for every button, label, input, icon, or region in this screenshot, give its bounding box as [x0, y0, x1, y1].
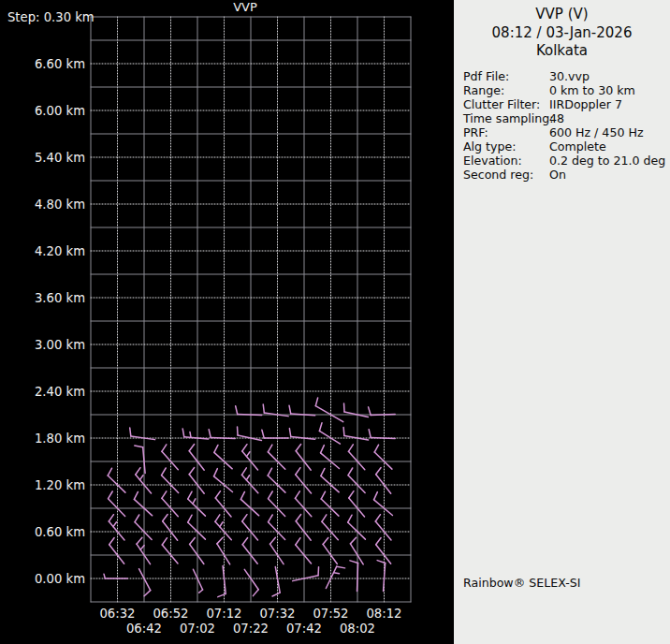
wind-barb-shaft [189, 475, 204, 493]
wind-barb-shaft [188, 522, 206, 539]
wind-barb-shaft [241, 475, 257, 492]
wind-barb-shaft [109, 545, 124, 564]
wind-barb-shaft [296, 521, 311, 540]
y-axis-label: 3.60 km [35, 291, 85, 305]
plot-title: VVP [233, 0, 257, 14]
y-axis-label: 3.00 km [35, 338, 85, 352]
wind-barb-shaft [238, 415, 262, 416]
wind-barb-shaft [139, 569, 151, 591]
x-axis-label-row1: 07:32 [259, 607, 295, 621]
wind-barb-shaft [211, 438, 235, 439]
wind-barb-shaft [296, 451, 311, 470]
wind-barb-shaft [242, 521, 258, 540]
wind-barb-tick [214, 445, 218, 452]
wind-barb-tick [270, 537, 276, 544]
wind-barb-shaft [357, 564, 358, 592]
wind-barb-shaft [162, 476, 179, 493]
wind-barb-shaft [162, 451, 178, 469]
parameter-label: Pdf File: [463, 69, 549, 83]
wind-barb-tick [137, 537, 142, 544]
wind-barb-shaft [214, 452, 232, 468]
wind-barb-tick [242, 445, 247, 451]
wind-barb-shaft [374, 452, 392, 469]
x-axis-label-row2: 08:02 [340, 622, 375, 636]
wind-barb-tick [315, 398, 317, 406]
wind-barb-tick [209, 430, 211, 438]
brand-footer: Rainbow® SELEX-SI [463, 576, 580, 590]
wind-barb-tick [269, 515, 273, 522]
parameter-row: Pdf File:30.vvp [463, 69, 670, 83]
y-axis-label: 5.40 km [35, 151, 85, 165]
parameter-row: Range:0 km to 30 km [463, 83, 670, 97]
wind-barb-shaft [291, 437, 315, 440]
wind-barb-shaft [321, 499, 339, 516]
product-title: VVP (V) [454, 6, 670, 24]
wind-barb-tick [262, 430, 264, 438]
wind-barb-tick [376, 538, 381, 545]
wind-barb-shaft [268, 476, 285, 492]
wind-barb-shaft [348, 522, 366, 539]
y-axis-label: 6.00 km [35, 104, 85, 118]
parameter-label: PRF: [463, 125, 549, 139]
step-label: Step: 0.30 km [7, 10, 95, 24]
wind-barb-tick [220, 522, 223, 527]
wind-barb-shaft [384, 564, 386, 592]
wind-barb-shaft [244, 569, 258, 589]
vvp-time-height-plot: 6.60 km6.00 km5.40 km4.80 km4.20 km3.60 … [0, 0, 454, 644]
wind-barb-tick [374, 445, 378, 452]
y-axis-label: 2.40 km [35, 385, 85, 399]
wind-barb-tick [322, 515, 327, 522]
product-parameter-list: Pdf File:30.vvpRange:0 km to 30 kmClutte… [454, 69, 670, 182]
x-axis-label-row1: 08:12 [366, 607, 401, 621]
info-panel-header: VVP (V) 08:12 / 03-Jan-2026 Kolkata [454, 0, 670, 61]
y-axis-label: 1.80 km [35, 432, 85, 446]
wind-barb-shaft [242, 451, 258, 470]
wind-barb-shaft [162, 498, 178, 516]
parameter-label: Alg type: [463, 139, 549, 154]
parameter-label: Clutter Filter: [463, 97, 549, 111]
wind-barb-shaft [269, 499, 285, 517]
x-axis-label-row1: 07:12 [206, 607, 241, 621]
wind-barb-shaft [184, 437, 209, 439]
wind-barb-tick [376, 468, 381, 475]
wind-barb-tick [136, 468, 140, 475]
y-axis-label: 0.00 km [35, 572, 85, 586]
wind-barb-shaft [268, 452, 284, 469]
x-axis-label-row1: 06:32 [99, 607, 135, 621]
wind-barb-shaft [162, 545, 178, 564]
x-axis-label-row1: 07:52 [313, 607, 348, 621]
wind-barb-shaft [321, 453, 340, 469]
wind-barb-tick [162, 491, 167, 499]
wind-barb-tick [253, 590, 258, 596]
wind-barb-shaft [270, 544, 284, 564]
y-axis-label: 0.60 km [35, 525, 85, 539]
wind-barb-tick [214, 469, 218, 476]
parameter-value: 30.vvp [549, 69, 590, 83]
wind-barb-tick [236, 406, 238, 415]
parameter-label: Second reg: [463, 168, 549, 182]
wind-barb-tick [296, 515, 300, 521]
wind-barb-tick [130, 428, 131, 436]
wind-barb-shaft [134, 499, 152, 515]
wind-barb-shaft [131, 436, 155, 440]
parameter-value: 600 Hz / 450 Hz [549, 125, 644, 139]
x-axis-label-row2: 07:42 [286, 622, 322, 636]
wind-barb-shaft [322, 521, 338, 539]
wind-barb-tick [268, 445, 272, 452]
wind-barb-tick [348, 468, 353, 476]
wind-barb-tick [108, 468, 111, 476]
wind-barb-shaft [319, 431, 340, 444]
wind-barb-tick [242, 538, 247, 545]
wind-barb-tick [269, 491, 273, 499]
wind-barb-shaft [344, 436, 369, 441]
wind-barb-tick [190, 432, 191, 437]
wind-barb-tick [135, 446, 143, 447]
wind-barb-shaft [374, 500, 393, 516]
parameter-value: On [549, 168, 566, 182]
wind-barb-shaft [189, 451, 204, 470]
parameter-label: Elevation: [463, 154, 549, 168]
site-name: Kolkata [454, 42, 670, 61]
wind-barb-tick [193, 499, 196, 504]
wind-barb-tick [374, 492, 378, 500]
wind-barb-tick [240, 491, 244, 499]
